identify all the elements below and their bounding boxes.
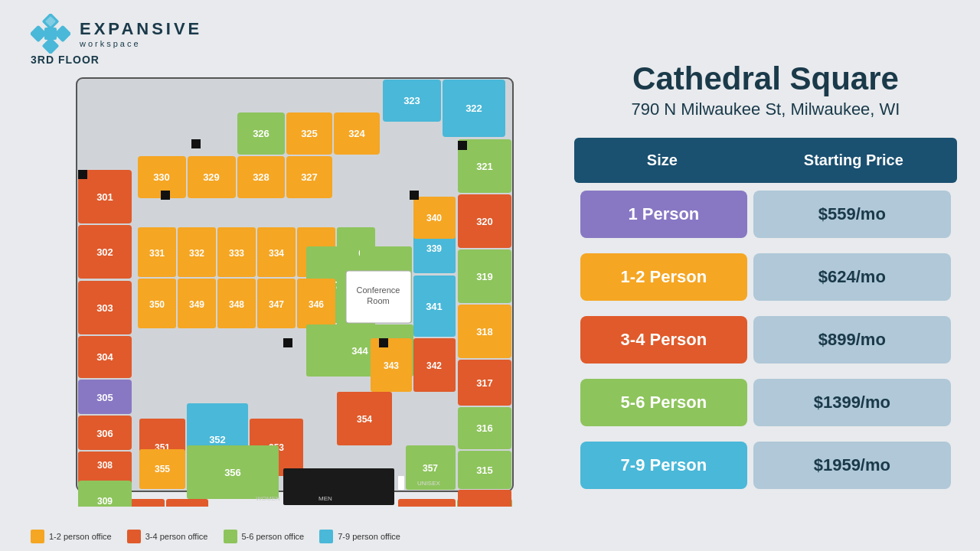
logo-name: EXPANSIVE — [80, 19, 202, 39]
svg-text:329: 329 — [203, 171, 220, 183]
svg-text:304: 304 — [96, 351, 113, 363]
svg-text:354: 354 — [357, 414, 372, 425]
svg-text:317: 317 — [476, 377, 493, 389]
svg-text:348: 348 — [229, 299, 244, 310]
svg-text:301: 301 — [96, 191, 113, 203]
svg-rect-127 — [398, 476, 404, 490]
logo-icon — [31, 14, 70, 54]
svg-text:319: 319 — [476, 271, 493, 282]
pricing-row: 1-2 Person $624/mo — [574, 246, 957, 308]
price-label-0: $559/mo — [753, 191, 951, 238]
header: EXPANSIVE workspace — [0, 0, 980, 54]
svg-text:339: 339 — [426, 243, 442, 254]
svg-text:316: 316 — [476, 422, 493, 434]
svg-rect-136 — [78, 170, 87, 179]
pricing-row: 3-4 Person $899/mo — [574, 308, 957, 371]
price-cell-2[interactable]: $899/mo — [750, 308, 957, 371]
svg-text:322: 322 — [466, 103, 482, 114]
svg-text:328: 328 — [253, 171, 270, 183]
pricing-section: Cathedral Square 790 N Milwaukee St, Mil… — [574, 54, 957, 543]
legend-color-56 — [224, 530, 237, 543]
legend-color-12 — [31, 530, 44, 543]
svg-text:341: 341 — [426, 301, 443, 312]
svg-text:Conference: Conference — [357, 285, 400, 295]
svg-text:343: 343 — [384, 360, 399, 371]
svg-text:324: 324 — [348, 128, 365, 139]
svg-text:332: 332 — [189, 248, 204, 259]
building-title: Cathedral Square — [574, 61, 957, 96]
svg-text:344: 344 — [351, 345, 368, 357]
size-cell-1[interactable]: 1-2 Person — [574, 246, 750, 308]
svg-rect-116 — [398, 499, 456, 507]
svg-text:303: 303 — [96, 302, 113, 314]
svg-text:306: 306 — [96, 428, 113, 439]
pricing-row: 7-9 Person $1959/mo — [574, 434, 957, 497]
price-label-1: $624/mo — [753, 253, 951, 301]
legend-label-56: 5-6 person office — [242, 532, 305, 541]
building-address: 790 N Milwaukee St, Milwaukee, WI — [574, 99, 957, 119]
svg-text:MEN: MEN — [318, 495, 332, 502]
size-label-2: 3-4 Person — [580, 316, 747, 364]
svg-text:327: 327 — [301, 171, 318, 183]
svg-text:355: 355 — [155, 464, 170, 474]
price-cell-0[interactable]: $559/mo — [750, 183, 957, 246]
svg-text:356: 356 — [224, 467, 241, 478]
svg-text:349: 349 — [189, 299, 204, 310]
svg-rect-131 — [161, 191, 170, 200]
logo-sub: workspace — [80, 39, 202, 48]
svg-text:309: 309 — [97, 496, 113, 507]
svg-text:326: 326 — [253, 128, 270, 139]
size-cell-0[interactable]: 1 Person — [574, 183, 750, 246]
svg-text:UNISEX: UNISEX — [417, 480, 440, 487]
legend-item-34: 3-4 person office — [127, 530, 208, 543]
svg-text:352: 352 — [209, 434, 226, 445]
svg-rect-4 — [44, 28, 57, 40]
svg-rect-134 — [379, 338, 388, 347]
svg-text:334: 334 — [269, 248, 284, 259]
floor-plan-container: 322 323 324 325 326 327 328 — [31, 70, 551, 523]
col-header-size: Size — [574, 138, 750, 183]
floor-plan-section: 3RD FLOOR 322 323 324 325 — [31, 54, 551, 543]
size-cell-2[interactable]: 3-4 Person — [574, 308, 750, 371]
svg-rect-120 — [458, 490, 511, 507]
logo: EXPANSIVE workspace — [31, 14, 202, 54]
legend-color-79 — [319, 530, 333, 543]
size-cell-3[interactable]: 5-6 Person — [574, 371, 750, 434]
col-header-price: Starting Price — [750, 138, 957, 183]
svg-text:346: 346 — [309, 299, 324, 310]
svg-text:318: 318 — [476, 326, 493, 337]
svg-text:315: 315 — [476, 465, 493, 476]
svg-text:325: 325 — [301, 128, 318, 139]
price-cell-1[interactable]: $624/mo — [750, 246, 957, 308]
svg-text:330: 330 — [153, 171, 170, 183]
svg-text:314: 314 — [478, 505, 492, 507]
price-cell-3[interactable]: $1399/mo — [750, 371, 957, 434]
floor-plan-svg: 322 323 324 325 326 327 328 — [31, 70, 528, 507]
legend-label-79: 7-9 person office — [338, 532, 400, 541]
svg-rect-114 — [166, 499, 208, 507]
pricing-table: Size Starting Price 1 Person $559/mo 1-2… — [574, 138, 957, 497]
legend: 1-2 person office 3-4 person office 5-6 … — [31, 530, 551, 543]
svg-text:Room: Room — [367, 296, 389, 305]
svg-rect-135 — [410, 191, 419, 200]
legend-item-12: 1-2 person office — [31, 530, 112, 543]
logo-text: EXPANSIVE workspace — [80, 19, 202, 48]
svg-text:302: 302 — [96, 246, 113, 258]
size-label-0: 1 Person — [580, 191, 747, 238]
size-cell-4[interactable]: 7-9 Person — [574, 434, 750, 497]
price-cell-4[interactable]: $1959/mo — [750, 434, 957, 497]
price-label-3: $1399/mo — [753, 379, 951, 426]
svg-rect-137 — [458, 141, 467, 150]
svg-rect-132 — [191, 139, 201, 148]
svg-rect-133 — [283, 338, 292, 347]
floor-label: 3RD FLOOR — [31, 54, 551, 66]
svg-text:308: 308 — [97, 460, 113, 471]
svg-text:WOMEN: WOMEN — [256, 495, 280, 502]
price-label-4: $1959/mo — [753, 442, 951, 489]
svg-text:342: 342 — [426, 360, 442, 371]
svg-text:333: 333 — [229, 248, 244, 259]
svg-text:320: 320 — [476, 216, 493, 227]
svg-text:331: 331 — [149, 248, 165, 259]
legend-label-34: 3-4 person office — [145, 532, 208, 541]
legend-label-12: 1-2 person office — [49, 532, 112, 541]
